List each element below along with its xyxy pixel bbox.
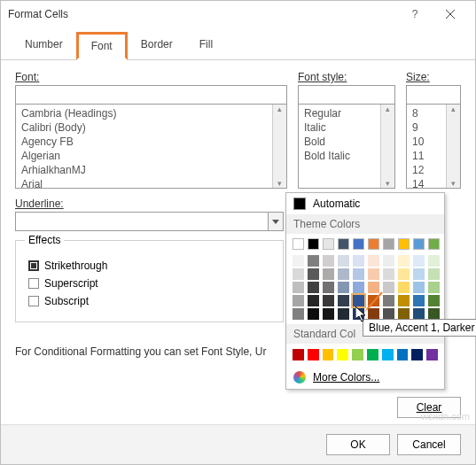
tab-border[interactable]: Border — [128, 32, 186, 60]
color-swatch[interactable] — [293, 308, 304, 320]
underline-select[interactable] — [15, 212, 268, 231]
color-swatch[interactable] — [413, 282, 425, 293]
color-swatch[interactable] — [398, 238, 410, 250]
color-swatch[interactable] — [383, 295, 394, 306]
color-swatch[interactable] — [323, 295, 334, 306]
color-swatch[interactable] — [368, 282, 379, 293]
strikethrough-checkbox[interactable]: Strikethrough — [28, 260, 274, 272]
color-swatch[interactable] — [383, 282, 394, 293]
color-swatch[interactable] — [338, 268, 349, 280]
font-input[interactable] — [15, 85, 287, 105]
font-list[interactable]: Cambria (Headings) Calibri (Body) Agency… — [16, 105, 286, 189]
color-swatch[interactable] — [308, 238, 319, 250]
subscript-label: Subscript — [44, 295, 89, 307]
list-item[interactable]: Arial — [18, 177, 285, 189]
color-swatch[interactable] — [308, 268, 319, 280]
color-swatch[interactable] — [428, 295, 440, 306]
color-swatch[interactable] — [368, 255, 379, 267]
color-swatch[interactable] — [323, 255, 334, 267]
color-swatch[interactable] — [293, 349, 304, 360]
list-item[interactable]: Regular — [300, 106, 393, 120]
tab-font[interactable]: Font — [76, 32, 128, 60]
color-swatch[interactable] — [293, 295, 304, 306]
color-swatch[interactable] — [353, 282, 364, 293]
color-swatch[interactable] — [338, 308, 349, 320]
color-swatch[interactable] — [428, 255, 440, 267]
color-swatch[interactable] — [308, 255, 319, 267]
color-swatch[interactable] — [338, 295, 349, 306]
color-swatch[interactable] — [368, 238, 379, 250]
color-swatch[interactable] — [383, 255, 394, 267]
close-button[interactable] — [433, 1, 468, 27]
color-swatch[interactable] — [323, 308, 334, 320]
color-swatch[interactable] — [323, 268, 334, 280]
color-swatch[interactable] — [353, 255, 364, 267]
superscript-checkbox[interactable]: Superscript — [28, 277, 274, 290]
color-swatch[interactable] — [293, 238, 304, 250]
help-button[interactable]: ? — [397, 1, 433, 27]
list-item[interactable]: Bold Italic — [300, 149, 393, 163]
color-swatch[interactable] — [293, 255, 304, 267]
color-swatch[interactable] — [308, 282, 319, 293]
scrollbar[interactable]: ▴▾ — [380, 105, 394, 188]
color-swatch[interactable] — [293, 268, 304, 280]
list-item[interactable]: Italic — [300, 120, 393, 135]
list-item[interactable]: ArhialkhanMJ — [18, 163, 285, 177]
color-swatch[interactable] — [426, 349, 438, 360]
color-swatch[interactable] — [413, 238, 425, 250]
color-swatch[interactable] — [382, 349, 394, 360]
tab-number[interactable]: Number — [12, 32, 76, 60]
color-swatch[interactable] — [338, 255, 349, 267]
fontstyle-input[interactable] — [298, 85, 395, 105]
scrollbar[interactable]: ▴▾ — [272, 105, 286, 188]
color-swatch[interactable] — [383, 238, 394, 250]
color-swatch[interactable] — [383, 268, 394, 280]
color-swatch[interactable] — [353, 238, 364, 250]
list-item[interactable]: Bold — [300, 135, 393, 149]
color-swatch[interactable] — [308, 349, 319, 360]
color-swatch[interactable] — [308, 308, 319, 320]
color-swatch[interactable] — [338, 238, 349, 250]
color-swatch[interactable] — [353, 268, 364, 280]
color-swatch[interactable] — [308, 295, 319, 306]
more-colors[interactable]: More Colors... — [286, 366, 444, 389]
color-swatch[interactable] — [338, 282, 349, 293]
list-item[interactable]: Algerian — [18, 149, 285, 163]
color-swatch[interactable] — [413, 255, 425, 267]
subscript-checkbox[interactable]: Subscript — [28, 295, 274, 307]
color-swatch[interactable] — [367, 349, 378, 360]
color-swatch[interactable] — [397, 349, 409, 360]
color-swatch[interactable] — [413, 295, 425, 306]
tab-fill[interactable]: Fill — [186, 32, 226, 60]
color-swatch[interactable] — [293, 282, 304, 293]
color-swatch[interactable] — [398, 282, 410, 293]
size-input[interactable] — [406, 85, 461, 105]
list-item[interactable]: Agency FB — [18, 135, 285, 149]
color-swatch[interactable] — [337, 349, 348, 360]
ok-button[interactable]: OK — [326, 434, 390, 455]
fontstyle-label: Font style: — [298, 71, 395, 83]
underline-dropdown-button[interactable] — [268, 212, 284, 231]
list-item[interactable]: Calibri (Body) — [18, 120, 285, 135]
color-swatch[interactable] — [352, 349, 363, 360]
color-swatch[interactable] — [353, 295, 364, 306]
color-swatch[interactable] — [398, 295, 410, 306]
list-item[interactable]: Cambria (Headings) — [18, 106, 285, 120]
color-automatic[interactable]: Automatic — [286, 193, 444, 214]
color-swatch[interactable] — [368, 295, 379, 306]
color-swatch[interactable] — [323, 282, 334, 293]
color-swatch[interactable] — [398, 255, 410, 267]
cancel-button[interactable]: Cancel — [397, 434, 461, 455]
color-swatch[interactable] — [323, 349, 334, 360]
color-swatch[interactable] — [428, 282, 440, 293]
color-swatch[interactable] — [428, 268, 440, 280]
scrollbar[interactable]: ▴▾ — [446, 105, 460, 188]
color-swatch[interactable] — [368, 268, 379, 280]
color-swatch[interactable] — [428, 238, 440, 250]
color-swatch[interactable] — [398, 268, 410, 280]
color-swatch[interactable] — [413, 268, 425, 280]
swatch-icon — [293, 198, 306, 210]
color-swatch[interactable] — [411, 349, 423, 360]
color-swatch[interactable] — [323, 238, 334, 250]
automatic-label: Automatic — [313, 198, 360, 210]
